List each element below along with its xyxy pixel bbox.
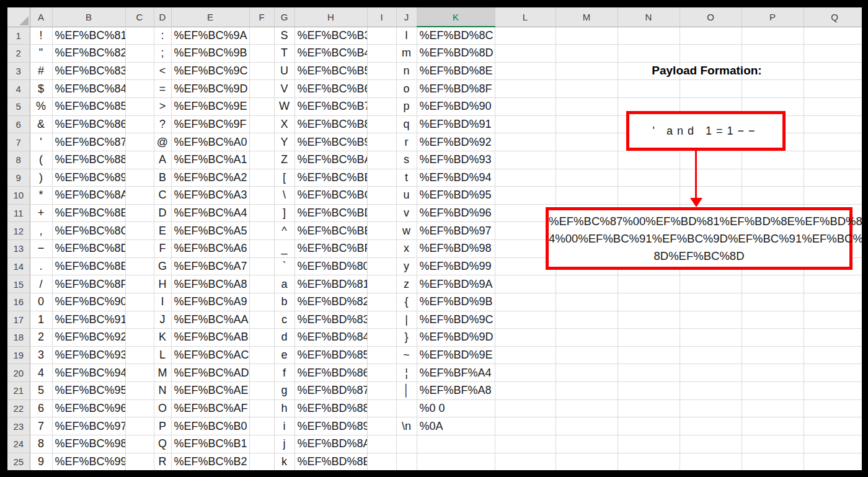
- cell-D24[interactable]: Q: [154, 435, 171, 453]
- cell-G16[interactable]: b: [274, 293, 294, 311]
- cell-D2[interactable]: ;: [154, 45, 171, 63]
- cell-H7[interactable]: %EF%BC%B9: [294, 133, 367, 151]
- cell-C9[interactable]: [125, 169, 154, 187]
- cell-I16[interactable]: [367, 293, 396, 311]
- cell-K17[interactable]: %EF%BD%9C: [417, 311, 495, 329]
- cell-N21[interactable]: [618, 382, 680, 400]
- cell-K7[interactable]: %EF%BD%92: [417, 133, 495, 151]
- cell-N23[interactable]: [618, 417, 680, 435]
- cell-K21[interactable]: %EF%BF%A8: [417, 382, 495, 400]
- cell-C11[interactable]: [125, 204, 154, 222]
- cell-D4[interactable]: =: [154, 80, 171, 98]
- cell-C3[interactable]: [125, 62, 154, 80]
- cell-G24[interactable]: j: [274, 435, 294, 453]
- cell-L2[interactable]: [495, 45, 556, 63]
- cell-A14[interactable]: .: [30, 257, 52, 275]
- cell-F12[interactable]: [249, 222, 274, 240]
- cell-H12[interactable]: %EF%BC%BE: [294, 222, 367, 240]
- cell-N9[interactable]: [618, 169, 680, 187]
- cell-I7[interactable]: [367, 133, 396, 151]
- cell-B5[interactable]: %EF%BC%85: [52, 98, 125, 116]
- row-header-16[interactable]: 16: [7, 293, 30, 311]
- cell-J16[interactable]: {: [396, 293, 417, 311]
- cell-I1[interactable]: [367, 27, 396, 45]
- cell-D15[interactable]: H: [154, 275, 171, 293]
- cell-H2[interactable]: %EF%BC%B4: [294, 45, 367, 63]
- cell-B13[interactable]: %EF%BC%8D: [52, 240, 125, 258]
- cell-K25[interactable]: [417, 453, 495, 470]
- cell-H24[interactable]: %EF%BD%8A: [294, 435, 367, 453]
- cell-C17[interactable]: [125, 311, 154, 329]
- cell-C20[interactable]: [125, 364, 154, 382]
- cell-L17[interactable]: [495, 311, 556, 329]
- cell-B23[interactable]: %EF%BC%97: [52, 417, 125, 435]
- cell-M5[interactable]: [556, 98, 618, 116]
- cell-B6[interactable]: %EF%BC%86: [52, 115, 125, 133]
- cell-I23[interactable]: [367, 417, 396, 435]
- cell-A12[interactable]: ,: [30, 222, 52, 240]
- cell-F11[interactable]: [249, 204, 274, 222]
- cell-M19[interactable]: [556, 346, 618, 364]
- cell-O19[interactable]: [680, 346, 742, 364]
- cell-B1[interactable]: %EF%BC%81: [52, 27, 125, 45]
- column-header-P[interactable]: P: [742, 7, 804, 27]
- cell-B9[interactable]: %EF%BC%89: [52, 169, 125, 187]
- cell-K5[interactable]: %EF%BD%90: [417, 98, 495, 116]
- cell-I18[interactable]: [367, 329, 396, 347]
- column-header-O[interactable]: O: [680, 7, 742, 27]
- cell-Q4[interactable]: [804, 80, 862, 98]
- cell-H17[interactable]: %EF%BD%83: [294, 311, 367, 329]
- cell-I14[interactable]: [367, 257, 396, 275]
- row-header-19[interactable]: 19: [7, 346, 30, 364]
- cell-Q2[interactable]: [804, 45, 862, 63]
- cell-A6[interactable]: &: [30, 115, 52, 133]
- row-header-4[interactable]: 4: [7, 80, 30, 98]
- cell-B2[interactable]: %EF%BC%82: [52, 45, 125, 63]
- column-header-K[interactable]: K: [417, 7, 495, 27]
- cell-C22[interactable]: [125, 399, 154, 417]
- cell-D13[interactable]: F: [154, 240, 171, 258]
- cell-M9[interactable]: [556, 169, 618, 187]
- cell-Q24[interactable]: [804, 435, 862, 453]
- cell-N24[interactable]: [618, 435, 680, 453]
- cell-B19[interactable]: %EF%BC%93: [52, 346, 125, 364]
- cell-C7[interactable]: [125, 133, 154, 151]
- cell-A8[interactable]: (: [30, 151, 52, 169]
- cell-D1[interactable]: :: [154, 27, 171, 45]
- cell-D11[interactable]: D: [154, 204, 171, 222]
- cell-Q1[interactable]: [804, 27, 862, 45]
- cell-I9[interactable]: [367, 169, 396, 187]
- cell-P16[interactable]: [742, 293, 804, 311]
- cell-H4[interactable]: %EF%BC%B6: [294, 80, 367, 98]
- cell-G9[interactable]: [: [274, 169, 294, 187]
- cell-A20[interactable]: 4: [30, 364, 52, 382]
- cell-N22[interactable]: [618, 399, 680, 417]
- cell-A2[interactable]: ": [30, 45, 52, 63]
- cell-Q20[interactable]: [804, 364, 862, 382]
- cell-O1[interactable]: [680, 27, 742, 45]
- cell-L8[interactable]: [495, 151, 556, 169]
- cell-D10[interactable]: C: [154, 187, 171, 205]
- cell-M8[interactable]: [556, 151, 618, 169]
- cell-I3[interactable]: [367, 62, 396, 80]
- cell-C24[interactable]: [125, 435, 154, 453]
- cell-F25[interactable]: [249, 453, 274, 470]
- cell-D5[interactable]: >: [154, 98, 171, 116]
- cell-M15[interactable]: [556, 275, 618, 293]
- cell-M6[interactable]: [556, 115, 618, 133]
- cell-P19[interactable]: [742, 346, 804, 364]
- cell-K19[interactable]: %EF%BD%9E: [417, 346, 495, 364]
- cell-F19[interactable]: [249, 346, 274, 364]
- cell-B25[interactable]: %EF%BC%99: [52, 453, 125, 470]
- cell-H5[interactable]: %EF%BC%B7: [294, 98, 367, 116]
- cell-A9[interactable]: ): [30, 169, 52, 187]
- cell-O23[interactable]: [680, 417, 742, 435]
- cell-L22[interactable]: [495, 399, 556, 417]
- cell-F9[interactable]: [249, 169, 274, 187]
- cell-O4[interactable]: [680, 80, 742, 98]
- cell-F6[interactable]: [249, 115, 274, 133]
- cell-C16[interactable]: [125, 293, 154, 311]
- cell-P15[interactable]: [742, 275, 804, 293]
- cell-B21[interactable]: %EF%BC%95: [52, 382, 125, 400]
- cell-P1[interactable]: [742, 27, 804, 45]
